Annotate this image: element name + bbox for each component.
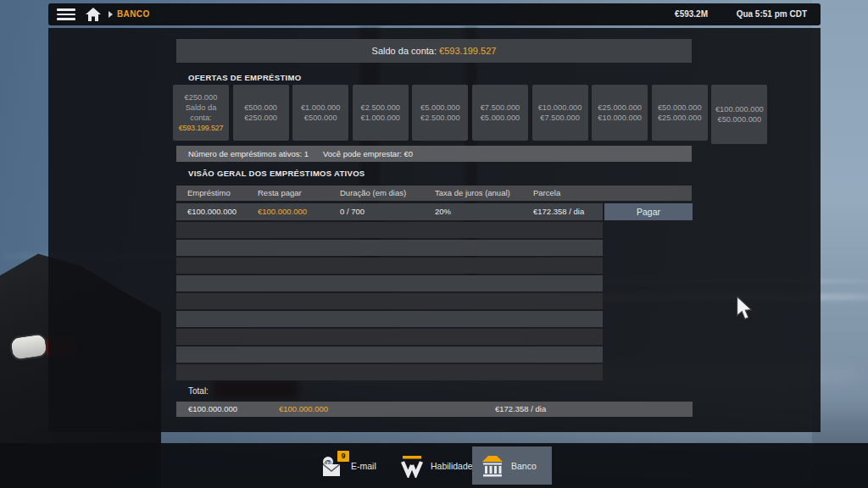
table-row <box>176 240 603 256</box>
loan-offer-tile[interactable]: €250.000 Saldo da conta: €593.199.527 <box>173 85 229 141</box>
loan-remaining: €100.000.000 <box>258 203 307 220</box>
table-row <box>176 364 603 380</box>
total-installment: €172.358 / dia <box>495 402 546 417</box>
loan-offer-tile[interactable]: €2.500.000 €1.000.000 <box>353 85 409 141</box>
loan-installment: €172.358 / dia <box>533 203 584 220</box>
game-screen: BANCO €593.2M Qua 5:51 pm CDT Saldo da c… <box>0 0 868 488</box>
table-row <box>176 311 603 327</box>
email-icon: @ 9 <box>320 454 344 478</box>
loan-status-bar: Número de empréstimos ativos: 1 Você pod… <box>176 146 692 162</box>
table-row <box>176 293 603 309</box>
loan-duration: 0 / 700 <box>340 203 364 220</box>
loan-interest: 20% <box>435 203 451 220</box>
game-datetime: Qua 5:51 pm CDT <box>737 9 807 19</box>
table-row <box>176 258 603 274</box>
top-bar: BANCO €593.2M Qua 5:51 pm CDT <box>48 3 821 25</box>
col-duracao: Duração (em dias) <box>340 186 406 201</box>
col-emprestimo: Empréstimo <box>187 186 231 201</box>
col-taxa: Taxa de juros (anual) <box>435 186 510 201</box>
tab-skills[interactable]: Habilidades <box>392 446 471 485</box>
loan-offer-tile[interactable]: €7.500.000 €5.000.000 <box>472 85 528 141</box>
home-icon[interactable] <box>84 7 103 22</box>
active-loans-heading: VISÃO GERAL DOS EMPRÉSTIMOS ATIVOS <box>188 169 365 178</box>
skills-icon <box>400 454 424 478</box>
loan-offer-tile[interactable]: €1.000.000 €500.000 <box>292 85 348 141</box>
loan-table-row: €100.000.000 €100.000.000 0 / 700 20% €1… <box>176 203 603 220</box>
table-row <box>176 275 603 291</box>
table-row <box>176 329 603 345</box>
loan-offer-tile[interactable]: €500.000 €250.000 <box>233 85 289 141</box>
loans-total-row: €100.000.000 €100.000.000 €172.358 / dia <box>176 402 693 417</box>
loan-offer-tile[interactable]: €100.000.000 €50.000.000 <box>711 85 767 144</box>
col-resta-pagar: Resta pagar <box>258 186 302 201</box>
loan-offer-tile[interactable]: €25.000.000 €10.000.000 <box>592 85 648 141</box>
account-balance-value: €593.199.527 <box>439 46 496 56</box>
account-balance-bar: Saldo da conta: €593.199.527 <box>176 39 692 63</box>
player-balance: €593.2M <box>675 9 708 19</box>
total-label: Total: <box>188 386 209 396</box>
table-row <box>176 222 603 238</box>
col-parcela: Parcela <box>533 186 560 201</box>
loan-offers-heading: OFERTAS DE EMPRÉSTIMO <box>188 73 301 82</box>
tab-email[interactable]: @ 9 E-mail <box>312 446 392 485</box>
loan-amount: €100.000.000 <box>187 203 236 220</box>
breadcrumb[interactable]: BANCO <box>117 9 150 19</box>
loan-offer-tile[interactable]: €50.000.000 €25.000.000 <box>652 85 708 141</box>
loan-offer-tile[interactable]: €5.000.000 €2.500.000 <box>412 85 468 141</box>
total-loan-amount: €100.000.000 <box>188 402 237 417</box>
mouse-cursor <box>736 297 753 324</box>
loans-table-header: Empréstimo Resta pagar Duração (em dias)… <box>176 186 692 201</box>
bank-icon <box>481 454 504 478</box>
loan-offer-tile[interactable]: €10.000.000 €7.500.000 <box>532 85 588 141</box>
menu-icon[interactable] <box>57 8 75 20</box>
account-balance-label: Saldo da conta: <box>372 46 437 56</box>
borrow-capacity: Você pode emprestar: €0 <box>323 146 413 162</box>
total-remaining: €100.000.000 <box>279 402 328 417</box>
email-unread-badge: 9 <box>337 451 349 462</box>
bottom-tab-bar: @ 9 E-mail Habilidades <box>0 443 868 488</box>
active-loans-count: Número de empréstimos ativos: 1 <box>188 146 309 162</box>
tile-balance-value: €593.199.527 <box>179 123 224 133</box>
loan-offer-tiles: €250.000 Saldo da conta: €593.199.527 €5… <box>173 85 768 144</box>
tab-bank[interactable]: Banco <box>472 446 552 485</box>
breadcrumb-arrow-icon <box>108 11 113 18</box>
pay-loan-button[interactable]: Pagar <box>604 203 693 220</box>
table-row <box>176 347 603 363</box>
